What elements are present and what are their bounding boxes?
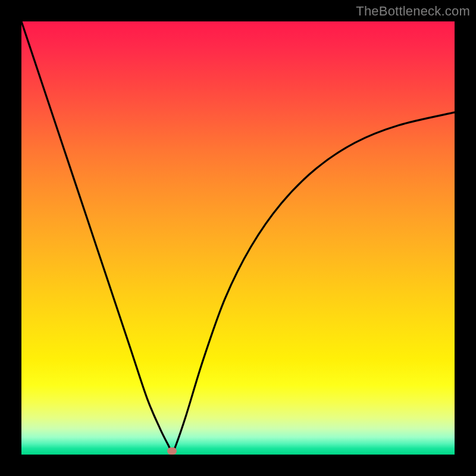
bottleneck-curve [21, 21, 455, 455]
plot-area [21, 21, 455, 455]
chart-frame: TheBottleneck.com [0, 0, 476, 476]
watermark-text: TheBottleneck.com [356, 4, 470, 19]
optimal-point-marker [167, 447, 177, 455]
